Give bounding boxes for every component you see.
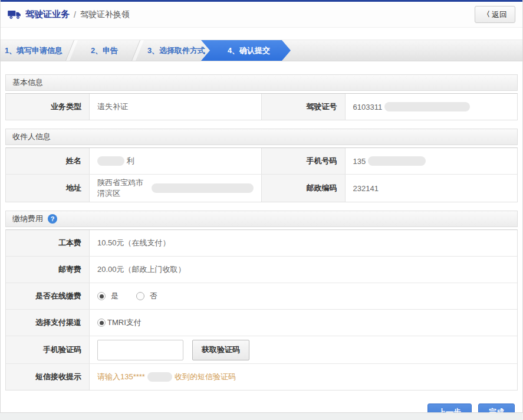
radio-option-yes: 是 <box>97 291 119 301</box>
page-title: 驾驶证业务 <box>25 9 70 20</box>
field-value-sms-tip: 请输入135**** 收到的短信验证码 <box>90 364 517 390</box>
field-label-mail-fee: 邮寄费 <box>6 257 90 283</box>
field-value-sms-code: 获取验证码 <box>90 336 517 363</box>
breadcrumb: 驾驶证业务 / 驾驶证补换领 <box>8 9 130 20</box>
step-separator <box>67 40 76 61</box>
table-row: 短信接收提示 请输入135**** 收到的短信验证码 <box>6 363 517 390</box>
field-value-license-number: 6103311 <box>346 94 518 120</box>
breadcrumb-separator: / <box>74 10 76 19</box>
section-header-basic-info: 基本信息 <box>5 74 518 91</box>
section-title: 基本信息 <box>12 77 43 88</box>
section-header-payment-fee: 缴纳费用 ? <box>5 211 518 227</box>
field-label-online-pay: 是否在线缴费 <box>6 283 90 309</box>
section-title: 缴纳费用 <box>12 214 43 224</box>
step-3-pickup-method[interactable]: 3、选择取件方式 <box>142 40 210 61</box>
step-4-confirm-submit[interactable]: 4、确认提交 <box>201 40 291 61</box>
redaction-blur <box>97 156 124 166</box>
address-value: 陕西省宝鸡市渭滨区 <box>97 178 149 199</box>
redaction-blur <box>384 102 470 111</box>
field-value-mail-fee: 20.00元（邮政上门收取） <box>90 257 517 283</box>
field-value-name: 利 <box>90 148 262 174</box>
radio-yes[interactable] <box>97 292 106 300</box>
step-label: 3、选择取件方式 <box>147 45 205 56</box>
field-value-business-type: 遗失补证 <box>90 94 262 120</box>
cost-fee-value: 10.50元（在线支付） <box>97 238 170 248</box>
redaction-blur <box>147 372 172 382</box>
table-row: 是否在线缴费 是 否 <box>6 283 517 309</box>
step-label: 2、申告 <box>91 45 118 56</box>
sms-code-input[interactable] <box>97 340 183 360</box>
mail-fee-value: 20.00元（邮政上门收取） <box>97 264 186 275</box>
radio-option-no: 否 <box>136 291 157 301</box>
license-number-value: 6103311 <box>353 103 383 111</box>
breadcrumb-current: 驾驶证补换领 <box>80 9 130 20</box>
field-label-sms-tip: 短信接收提示 <box>6 364 90 390</box>
table-row: 选择支付渠道 TMRI支付 <box>6 309 517 336</box>
recipient-info-table: 姓名 利 手机号码 135 地址 陕西省宝鸡市渭滨区 <box>5 147 518 202</box>
field-value-cost-fee: 10.50元（在线支付） <box>90 230 517 256</box>
radio-yes-label[interactable]: 是 <box>111 291 119 301</box>
field-label-cost-fee: 工本费 <box>6 230 90 256</box>
step-label: 4、确认提交 <box>228 45 270 56</box>
payment-fee-section: 缴纳费用 ? 工本费 10.50元（在线支付） 邮寄费 20.00元（邮政上门收… <box>5 211 518 391</box>
field-label-payment-channel: 选择支付渠道 <box>6 310 90 336</box>
postcode-value: 232141 <box>353 184 379 193</box>
field-label-address: 地址 <box>6 175 90 202</box>
step-bar-filler <box>291 40 522 61</box>
radio-tmri-label[interactable]: TMRI支付 <box>107 317 142 328</box>
redaction-blur <box>152 183 253 193</box>
field-value-postcode: 232141 <box>346 175 518 202</box>
field-label-postcode: 邮政编码 <box>262 175 346 202</box>
redaction-blur <box>368 156 426 166</box>
back-button-label: 返回 <box>492 9 507 20</box>
back-button[interactable]: 〈 返回 <box>475 6 515 23</box>
table-row: 工本费 10.50元（在线支付） <box>6 230 517 256</box>
recipient-info-section: 收件人信息 姓名 利 手机号码 135 地址 <box>5 129 518 202</box>
field-label-sms-code: 手机验证码 <box>6 336 90 363</box>
basic-info-table: 业务类型 遗失补证 驾驶证号 6103311 <box>5 93 518 120</box>
truck-icon <box>8 10 21 19</box>
table-row: 手机验证码 获取验证码 <box>6 336 517 363</box>
sms-tip-prefix: 请输入135**** <box>97 372 145 382</box>
name-value-suffix: 利 <box>127 156 134 166</box>
field-value-payment-channel: TMRI支付 <box>90 310 517 336</box>
radio-no-label[interactable]: 否 <box>150 291 157 301</box>
table-row: 业务类型 遗失补证 驾驶证号 6103311 <box>6 94 517 120</box>
radio-tmri-pay[interactable] <box>97 319 106 327</box>
step-progress-bar: 1、填写申请信息 2、申告 3、选择取件方式 4、确认提交 <box>1 40 522 61</box>
sms-tip-suffix: 收到的短信验证码 <box>175 372 236 382</box>
basic-info-section: 基本信息 业务类型 遗失补证 驾驶证号 6103311 <box>5 74 518 120</box>
radio-option-tmri: TMRI支付 <box>97 317 142 328</box>
table-row: 邮寄费 20.00元（邮政上门收取） <box>6 256 517 283</box>
field-value-online-pay: 是 否 <box>90 283 517 309</box>
field-label-license-number: 驾驶证号 <box>262 94 346 120</box>
phone-value: 135 <box>353 157 366 166</box>
finish-button[interactable]: 完成 <box>478 403 515 413</box>
business-type-value: 遗失补证 <box>97 101 128 112</box>
driver-license-service-page: 驾驶证业务 / 驾驶证补换领 〈 返回 1、填写申请信息 2、申告 3、选择取件… <box>0 0 523 413</box>
field-value-phone: 135 <box>346 148 518 174</box>
field-label-business-type: 业务类型 <box>6 94 90 120</box>
step-label: 1、填写申请信息 <box>5 45 63 56</box>
get-sms-code-button[interactable]: 获取验证码 <box>192 340 249 360</box>
footer-actions: 上一步 完成 <box>5 399 518 413</box>
form-content: 基本信息 业务类型 遗失补证 驾驶证号 6103311 收 <box>1 61 522 413</box>
step-2-declaration[interactable]: 2、申告 <box>76 40 133 61</box>
chevron-left-icon: 〈 <box>483 9 490 19</box>
table-row: 姓名 利 手机号码 135 <box>6 148 517 174</box>
step-separator <box>133 40 142 61</box>
radio-no[interactable] <box>136 292 144 300</box>
previous-step-button[interactable]: 上一步 <box>427 403 472 413</box>
table-row: 地址 陕西省宝鸡市渭滨区 邮政编码 232141 <box>6 174 517 202</box>
field-label-name: 姓名 <box>6 148 90 174</box>
field-value-address: 陕西省宝鸡市渭滨区 <box>90 175 262 202</box>
payment-fee-table: 工本费 10.50元（在线支付） 邮寄费 20.00元（邮政上门收取） 是否在线… <box>5 229 518 391</box>
field-label-phone: 手机号码 <box>262 148 346 174</box>
section-title: 收件人信息 <box>12 132 51 142</box>
page-header: 驾驶证业务 / 驾驶证补换领 〈 返回 <box>1 2 522 28</box>
help-icon[interactable]: ? <box>48 214 57 224</box>
step-1-fill-application[interactable]: 1、填写申请信息 <box>1 40 67 61</box>
section-header-recipient-info: 收件人信息 <box>5 129 518 145</box>
